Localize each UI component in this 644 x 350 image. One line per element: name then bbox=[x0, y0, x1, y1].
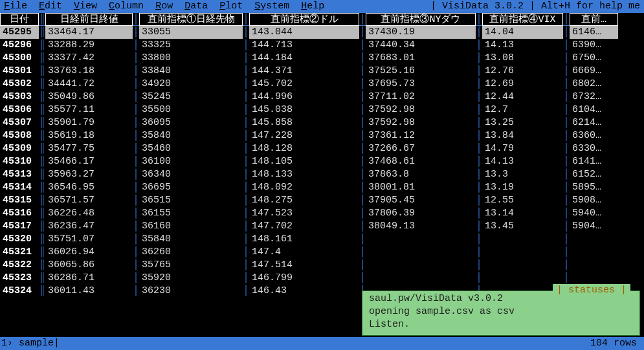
data-cell[interactable]: 35751.07 bbox=[45, 233, 133, 246]
data-cell[interactable]: 145.858 bbox=[249, 116, 359, 129]
data-cell[interactable]: 6360… bbox=[570, 129, 618, 142]
table-row[interactable]: 45301║33763.18│33840│144.371│37525.16│12… bbox=[0, 65, 644, 78]
key-cell[interactable]: 45306 bbox=[0, 104, 39, 116]
data-cell[interactable]: 37592.98 bbox=[366, 104, 476, 116]
col-header[interactable]: 直前指標①日経先物 bbox=[139, 13, 243, 26]
data-cell[interactable]: 6669… bbox=[570, 65, 618, 78]
table-row[interactable]: 45313║35963.27│36340│148.133│37863.8│13.… bbox=[0, 168, 644, 181]
data-cell[interactable]: 35840 bbox=[139, 233, 243, 246]
data-cell[interactable]: 12.55 bbox=[482, 194, 563, 207]
key-cell[interactable]: 45307 bbox=[0, 116, 39, 129]
data-cell[interactable]: 147.228 bbox=[249, 129, 359, 142]
data-cell[interactable]: 36286.71 bbox=[45, 272, 133, 285]
data-cell[interactable]: 12.7 bbox=[482, 104, 563, 116]
data-cell[interactable]: 146.43 bbox=[249, 285, 359, 298]
data-cell[interactable]: 38049.13 bbox=[366, 220, 476, 233]
data-cell[interactable]: 13.08 bbox=[482, 52, 563, 65]
data-cell[interactable]: 147.4 bbox=[249, 246, 359, 259]
data-cell[interactable]: 37592.98 bbox=[366, 116, 476, 129]
data-cell[interactable]: 35619.18 bbox=[45, 129, 133, 142]
data-cell[interactable]: 35901.79 bbox=[45, 116, 133, 129]
data-cell[interactable]: 33055 bbox=[139, 26, 243, 39]
data-cell[interactable]: 14.04 bbox=[482, 26, 563, 39]
key-cell[interactable]: 45313 bbox=[0, 168, 39, 181]
table-row[interactable]: 45323║36286.71│35920│146.799│││ bbox=[0, 272, 644, 285]
col-header[interactable]: 直前指標④VIX bbox=[482, 13, 563, 26]
data-cell[interactable]: 37905.45 bbox=[366, 194, 476, 207]
data-cell[interactable]: 33325 bbox=[139, 39, 243, 52]
data-cell[interactable]: 144.996 bbox=[249, 91, 359, 104]
data-cell[interactable]: 148.092 bbox=[249, 181, 359, 194]
data-table[interactable]: 日付 ║ 日経前日終値 │ 直前指標①日経先物 │ 直前指標②ドル │ 直前指標… bbox=[0, 13, 644, 298]
menu-view[interactable]: View bbox=[74, 0, 97, 13]
data-cell[interactable]: 148.133 bbox=[249, 168, 359, 181]
data-cell[interactable]: 143.044 bbox=[249, 26, 359, 39]
data-cell[interactable]: 37361.12 bbox=[366, 129, 476, 142]
data-cell[interactable]: 36236.47 bbox=[45, 220, 133, 233]
data-cell[interactable]: 33464.17 bbox=[45, 26, 133, 39]
data-cell[interactable] bbox=[366, 272, 476, 285]
data-cell[interactable]: 147.514 bbox=[249, 259, 359, 272]
key-cell[interactable]: 45316 bbox=[0, 207, 39, 220]
data-cell[interactable]: 33840 bbox=[139, 65, 243, 78]
data-cell[interactable]: 148.105 bbox=[249, 155, 359, 168]
table-row[interactable]: 45302║34441.72│34920│145.702│37695.73│12… bbox=[0, 78, 644, 91]
data-cell[interactable]: 12.76 bbox=[482, 65, 563, 78]
data-cell[interactable]: 36260 bbox=[139, 246, 243, 259]
data-cell[interactable]: 145.702 bbox=[249, 78, 359, 91]
key-cell[interactable]: 45309 bbox=[0, 142, 39, 155]
table-row[interactable]: 45320║35751.07│35840│148.161│││ bbox=[0, 233, 644, 246]
data-cell[interactable]: 36155 bbox=[139, 207, 243, 220]
data-cell[interactable]: 13.84 bbox=[482, 129, 563, 142]
data-cell[interactable]: 33377.42 bbox=[45, 52, 133, 65]
key-cell[interactable]: 45296 bbox=[0, 39, 39, 52]
col-header[interactable]: 直前… bbox=[570, 13, 618, 26]
data-cell[interactable]: 6152… bbox=[570, 168, 618, 181]
data-cell[interactable]: 6330… bbox=[570, 142, 618, 155]
data-cell[interactable]: 37695.73 bbox=[366, 78, 476, 91]
data-cell[interactable]: 35460 bbox=[139, 142, 243, 155]
key-cell[interactable]: 45321 bbox=[0, 246, 39, 259]
data-cell[interactable]: 34441.72 bbox=[45, 78, 133, 91]
key-cell[interactable]: 45295 bbox=[0, 26, 39, 39]
key-cell[interactable]: 45323 bbox=[0, 272, 39, 285]
data-cell[interactable]: 36026.94 bbox=[45, 246, 133, 259]
data-cell[interactable]: 35500 bbox=[139, 104, 243, 116]
data-cell[interactable]: 37806.39 bbox=[366, 207, 476, 220]
data-cell[interactable]: 36546.95 bbox=[45, 181, 133, 194]
data-cell[interactable]: 36160 bbox=[139, 220, 243, 233]
key-cell[interactable]: 45310 bbox=[0, 155, 39, 168]
data-cell[interactable]: 36095 bbox=[139, 116, 243, 129]
data-cell[interactable]: 6141… bbox=[570, 155, 618, 168]
table-row[interactable]: 45315║36571.57│36515│148.275│37905.45│12… bbox=[0, 194, 644, 207]
data-cell[interactable] bbox=[482, 259, 563, 272]
col-header[interactable]: 日経前日終値 bbox=[45, 13, 133, 26]
table-row[interactable]: 45307║35901.79│36095│145.858│37592.98│13… bbox=[0, 116, 644, 129]
data-cell[interactable]: 37266.67 bbox=[366, 142, 476, 155]
data-cell[interactable]: 148.275 bbox=[249, 194, 359, 207]
data-cell[interactable]: 36011.43 bbox=[45, 285, 133, 298]
table-row[interactable]: 45296║33288.29│33325│144.713│37440.34│14… bbox=[0, 39, 644, 52]
data-cell[interactable]: 35920 bbox=[139, 272, 243, 285]
key-cell[interactable]: 45303 bbox=[0, 91, 39, 104]
key-cell[interactable]: 45315 bbox=[0, 194, 39, 207]
data-cell[interactable] bbox=[482, 246, 563, 259]
data-cell[interactable]: 147.702 bbox=[249, 220, 359, 233]
col-header[interactable]: 直前指標②ドル bbox=[249, 13, 359, 26]
table-row[interactable]: 45303║35049.86│35245│144.996│37711.02│12… bbox=[0, 91, 644, 104]
data-cell[interactable]: 6104… bbox=[570, 104, 618, 116]
data-cell[interactable]: 6146… bbox=[570, 26, 618, 39]
data-cell[interactable]: 35466.17 bbox=[45, 155, 133, 168]
data-cell[interactable]: 146.799 bbox=[249, 272, 359, 285]
data-cell[interactable]: 36571.57 bbox=[45, 194, 133, 207]
data-cell[interactable]: 13.19 bbox=[482, 181, 563, 194]
table-row[interactable]: 45300║33377.42│33800│144.184│37683.01│13… bbox=[0, 52, 644, 65]
menu-file[interactable]: File bbox=[4, 0, 27, 13]
data-cell[interactable] bbox=[482, 272, 563, 285]
data-cell[interactable]: 35840 bbox=[139, 129, 243, 142]
data-cell[interactable]: 37430.19 bbox=[366, 26, 476, 39]
data-cell[interactable]: 38001.81 bbox=[366, 181, 476, 194]
menu-edit[interactable]: Edit bbox=[39, 0, 62, 13]
data-cell[interactable]: 36226.48 bbox=[45, 207, 133, 220]
key-cell[interactable]: 45301 bbox=[0, 65, 39, 78]
